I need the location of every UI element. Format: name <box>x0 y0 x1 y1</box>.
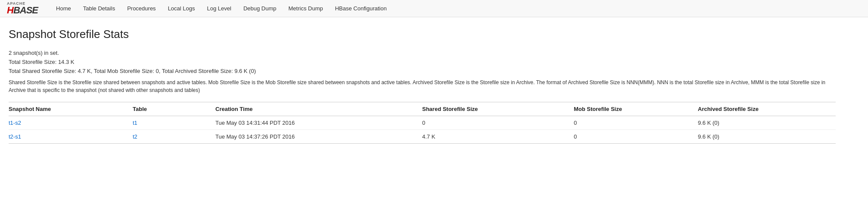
nav-link-metrics-dump[interactable]: Metrics Dump <box>283 0 329 17</box>
snapshot-table: Snapshot Name Table Creation Time Shared… <box>9 102 836 144</box>
table-link[interactable]: t1 <box>133 120 137 126</box>
snapshot-name-link[interactable]: t1-s2 <box>9 120 21 126</box>
table-link[interactable]: t2 <box>133 133 137 140</box>
summary-count: 2 snapshot(s) in set. <box>9 50 836 56</box>
cell-mob-size: 0 <box>574 130 698 144</box>
cell-mob-size: 0 <box>574 116 698 130</box>
table-row: t1-s2t1Tue May 03 14:31:44 PDT 2016009.6… <box>9 116 836 130</box>
summary-shared: Total Shared Storefile Size: 4.7 K, Tota… <box>9 68 836 74</box>
nav-link-table-details[interactable]: Table Details <box>77 0 121 17</box>
cell-shared-size: 4.7 K <box>422 130 574 144</box>
cell-archived-size: 9.6 K (0) <box>698 116 836 130</box>
main-content: Snapshot Storefile Stats 2 snapshot(s) i… <box>0 17 844 152</box>
page-title: Snapshot Storefile Stats <box>9 28 836 41</box>
nav-link-log-level[interactable]: Log Level <box>201 0 237 17</box>
cell-table: t1 <box>133 116 215 130</box>
cell-snapshot-name: t2-s1 <box>9 130 133 144</box>
cell-table: t2 <box>133 130 215 144</box>
table-row: t2-s1t2Tue May 03 14:37:26 PDT 20164.7 K… <box>9 130 836 144</box>
col-header-creation: Creation Time <box>215 102 422 116</box>
nav-link-procedures[interactable]: Procedures <box>121 0 162 17</box>
cell-shared-size: 0 <box>422 116 574 130</box>
col-header-archived: Archived Storefile Size <box>698 102 836 116</box>
table-header-row: Snapshot Name Table Creation Time Shared… <box>9 102 836 116</box>
nav-links: HomeTable DetailsProceduresLocal LogsLog… <box>50 0 393 17</box>
summary-total: Total Storefile Size: 14.3 K <box>9 59 836 65</box>
snapshot-name-link[interactable]: t2-s1 <box>9 133 21 140</box>
nav-link-local-logs[interactable]: Local Logs <box>162 0 201 17</box>
cell-archived-size: 9.6 K (0) <box>698 130 836 144</box>
logo-hbase-text: HBASE <box>7 6 38 15</box>
cell-creation-time: Tue May 03 14:37:26 PDT 2016 <box>215 130 422 144</box>
nav-link-home[interactable]: Home <box>50 0 77 17</box>
cell-snapshot-name: t1-s2 <box>9 116 133 130</box>
col-header-table: Table <box>133 102 215 116</box>
col-header-shared: Shared Storefile Size <box>422 102 574 116</box>
navbar: APACHE HBASE HomeTable DetailsProcedures… <box>0 0 868 17</box>
nav-link-debug-dump[interactable]: Debug Dump <box>237 0 283 17</box>
cell-creation-time: Tue May 03 14:31:44 PDT 2016 <box>215 116 422 130</box>
col-header-snapshot: Snapshot Name <box>9 102 133 116</box>
description-text: Shared Storefile Size is the Storefile s… <box>9 79 827 94</box>
nav-link-hbase-configuration[interactable]: HBase Configuration <box>329 0 393 17</box>
snapshot-tbody: t1-s2t1Tue May 03 14:31:44 PDT 2016009.6… <box>9 116 836 144</box>
col-header-mob: Mob Storefile Size <box>574 102 698 116</box>
logo: APACHE HBASE <box>7 2 40 15</box>
